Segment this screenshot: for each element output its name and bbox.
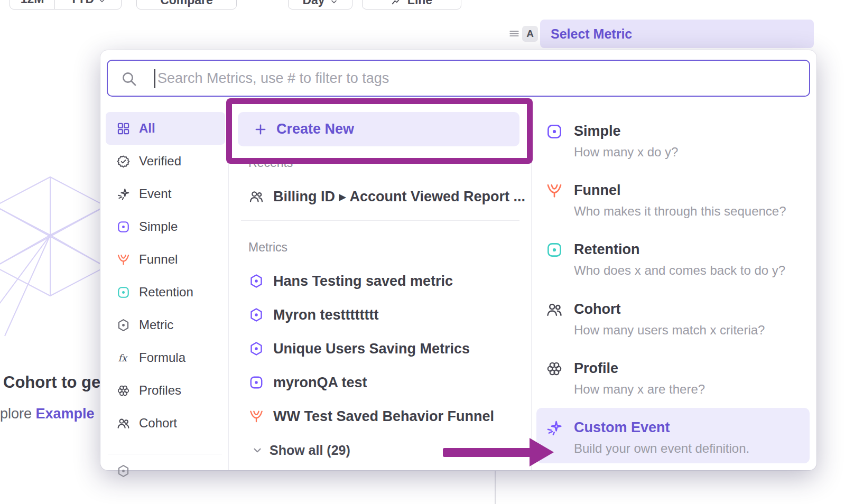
retention-icon [545,241,563,259]
chevron-down-icon [98,0,106,5]
metric-type-simple[interactable]: Simple How many x do y? [531,123,816,160]
recents-header: Recents [248,156,293,170]
simple-icon [545,123,563,141]
sidebar-item-label: Formula [139,350,185,365]
chevron-down-icon [252,444,263,456]
drag-handle-icon[interactable] [507,26,521,40]
metric-hexagon-icon [248,341,264,357]
pane-divider [495,470,496,504]
verified-badge-icon [116,154,131,169]
metric-type-retention[interactable]: Retention Who does x and comes back to d… [531,241,816,278]
date-range-control: 12M YTD [10,0,122,10]
recent-item[interactable]: Billing ID ▸ Account Viewed Report ... [248,180,525,213]
simple-squircle-icon [116,220,131,234]
metric-type-name: Cohort [574,301,765,318]
list-divider [241,220,519,221]
saved-metric-label: WW Test Saved Behavior Funnel [273,408,494,425]
grid-icon [116,122,131,136]
metric-type-profile[interactable]: Profile How many x are there? [531,360,816,397]
metric-type-desc: Build your own event definition. [574,441,749,456]
sidebar-item-label: Metric [139,318,173,332]
metric-type-desc: Who does x and comes back to do y? [574,263,785,278]
interval-select[interactable]: Day [288,0,352,10]
create-new-label: Create New [276,121,354,137]
funnel-icon [545,182,563,200]
sidebar-item-label: Retention [139,285,193,300]
metric-type-name: Profile [574,360,705,377]
cohort-icon [545,301,563,319]
metric-type-name: Simple [574,123,678,140]
svg-text:fx: fx [118,352,128,363]
line-chart-icon [391,0,402,7]
profiles-flower-icon [116,384,131,398]
sidebar-item-metric[interactable]: Metric [106,309,225,341]
chart-type-label: Line [407,0,432,7]
funnel-icon [116,253,131,267]
metric-type-funnel[interactable]: Funnel Who makes it through this sequenc… [531,182,816,219]
saved-metric-item[interactable]: myronQA test [248,366,367,399]
sidebar-item-label: Cohort [139,416,177,431]
metric-type-name: Retention [574,241,785,258]
sidebar-item-event[interactable]: Event [106,178,225,210]
range-12m-button[interactable]: 12M [10,0,54,9]
range-ytd-button[interactable]: YTD [54,0,121,9]
range-ytd-label: YTD [70,0,94,6]
formula-icon: fx [116,351,131,365]
sidebar-item-all[interactable]: All [106,112,225,145]
sidebar-item-label: Verified [139,154,181,169]
simple-squircle-icon [248,375,264,390]
sidebar-item-verified[interactable]: Verified [106,145,225,178]
metric-type-cohort[interactable]: Cohort How many users match x criteria? [531,301,816,338]
sidebar-item-label: Profiles [139,383,181,398]
saved-metric-item[interactable]: Myron testttttttt [248,298,378,332]
metric-hexagon-icon [116,318,131,332]
sidebar-section-divider [108,454,222,454]
metric-type-desc: How many x do y? [574,145,678,160]
recent-item-label: Billing ID ▸ Account Viewed Report ... [273,188,525,205]
app-root: 12M YTD Compare Day Line A Select Metric [0,0,854,504]
empty-state-subtitle-text: plore [0,406,32,422]
sidebar-item-partial-icon[interactable] [116,464,131,478]
metrics-header: Metrics [248,240,287,255]
sidebar-item-label: Funnel [139,252,178,267]
saved-metric-label: myronQA test [273,375,367,391]
sidebar-item-retention[interactable]: Retention [106,276,225,309]
sidebar-item-funnel[interactable]: Funnel [106,243,225,276]
plus-icon [254,123,267,136]
funnel-icon [248,408,264,424]
show-all-label: Show all (29) [270,443,350,458]
category-sidebar: All Verified Event Simple Funnel Retenti… [100,112,228,480]
sidebar-item-simple[interactable]: Simple [106,210,225,243]
metric-hexagon-icon [248,273,264,289]
sidebar-item-label: Simple [139,219,178,234]
select-metric-button[interactable]: Select Metric [540,20,814,48]
metric-type-name: Funnel [574,182,786,199]
saved-metric-item[interactable]: Hans Testing saved metric [248,264,453,298]
chart-type-line-button[interactable]: Line [362,0,461,10]
metric-picker-modal: All Verified Event Simple Funnel Retenti… [100,50,816,470]
example-link[interactable]: Example [36,406,95,422]
saved-metric-label: Myron testttttttt [273,307,378,323]
saved-metric-label: Unique Users Saving Metrics [273,341,470,357]
sidebar-item-cohort[interactable]: Cohort [106,407,225,440]
metric-type-desc: How many users match x criteria? [574,323,765,338]
saved-metric-item[interactable]: Unique Users Saving Metrics [248,332,470,366]
saved-metric-item[interactable]: WW Test Saved Behavior Funnel [248,399,494,433]
metric-row-label: A [522,26,538,42]
event-spark-icon [116,187,131,201]
show-all-button[interactable]: Show all (29) [252,433,350,467]
people-icon [248,189,264,204]
sidebar-item-label: Event [139,186,171,201]
sidebar-item-formula[interactable]: fx Formula [106,341,225,374]
select-metric-text: Select Metric [551,26,632,42]
saved-metric-label: Hans Testing saved metric [273,273,453,290]
compare-button[interactable]: Compare [136,0,237,10]
profile-icon [545,360,563,378]
compare-label: Compare [160,0,213,7]
range-12m-label: 12M [21,0,44,6]
metric-type-custom-event[interactable]: Custom Event Build your own event defini… [531,419,816,456]
sidebar-item-profiles[interactable]: Profiles [106,374,225,407]
custom-event-icon [545,419,563,437]
create-new-button[interactable]: Create New [238,112,519,146]
sidebar-item-label: All [139,121,155,136]
